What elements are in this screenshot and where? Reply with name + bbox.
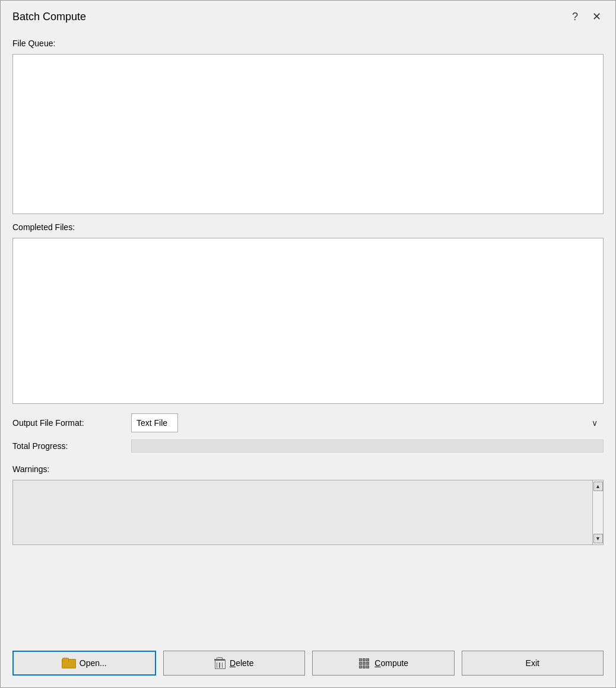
trash-icon xyxy=(214,657,225,669)
exit-button[interactable]: Exit xyxy=(462,651,604,676)
warnings-box: ▲ ▼ xyxy=(12,480,604,545)
scrollbar-track: ▲ ▼ xyxy=(592,480,603,544)
compute-grid xyxy=(359,658,369,668)
title-bar-left: Batch Compute xyxy=(12,11,86,23)
bottom-buttons: Open... DDeleteelete xyxy=(1,642,615,687)
file-queue-listbox[interactable] xyxy=(12,54,604,214)
completed-files-listbox[interactable] xyxy=(12,238,604,404)
output-format-label: Output File Format: xyxy=(12,418,131,428)
output-format-row: Output File Format: Text File CSV File E… xyxy=(12,413,604,432)
trash-lid xyxy=(217,657,223,660)
open-button-label: Open... xyxy=(80,658,107,668)
output-format-select[interactable]: Text File CSV File Excel File xyxy=(131,413,178,432)
delete-button[interactable]: DDeleteelete xyxy=(163,651,306,676)
compute-button[interactable]: Compute xyxy=(312,651,455,676)
completed-files-label: Completed Files: xyxy=(12,222,604,232)
scroll-up-arrow[interactable]: ▲ xyxy=(593,482,603,491)
folder-icon xyxy=(62,658,75,668)
title-bar: Batch Compute ? ✕ xyxy=(1,1,615,29)
scroll-down-arrow[interactable]: ▼ xyxy=(593,534,603,543)
dialog-body: File Queue: Completed Files: Output File… xyxy=(1,29,615,642)
folder-icon-shape xyxy=(62,658,75,668)
batch-compute-dialog: Batch Compute ? ✕ File Queue: Completed … xyxy=(0,0,616,688)
file-queue-label: File Queue: xyxy=(12,39,604,48)
progress-row: Total Progress: xyxy=(12,439,604,453)
format-select-wrapper: Text File CSV File Excel File xyxy=(131,413,604,432)
dialog-title: Batch Compute xyxy=(12,11,86,23)
progress-bar xyxy=(131,439,604,453)
compute-button-label: Compute xyxy=(374,658,408,668)
open-button[interactable]: Open... xyxy=(12,651,156,676)
compute-icon xyxy=(358,657,370,669)
help-button[interactable]: ? xyxy=(567,10,583,23)
delete-button-label: DDeleteelete xyxy=(230,658,253,668)
exit-button-label: Exit xyxy=(526,658,539,668)
title-bar-right: ? ✕ xyxy=(567,10,606,23)
trash-lines xyxy=(217,662,223,668)
warnings-label: Warnings: xyxy=(12,464,604,474)
total-progress-label: Total Progress: xyxy=(12,441,131,451)
trash-icon-wrap xyxy=(214,657,225,669)
close-button[interactable]: ✕ xyxy=(588,10,606,23)
